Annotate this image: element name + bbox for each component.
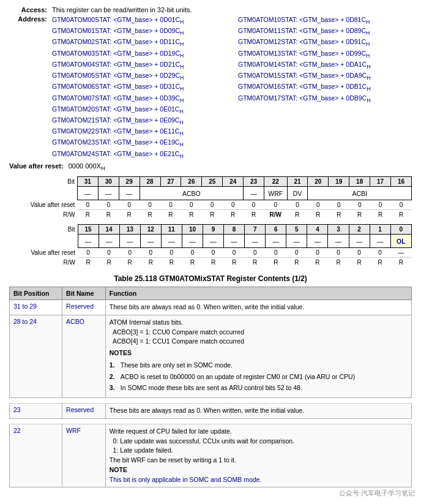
val-17: 0: [370, 200, 391, 210]
rw-26: R: [181, 210, 202, 220]
lower-val-label: Value after reset: [9, 248, 78, 258]
lower-rw-label: R/W: [9, 258, 78, 268]
bit-25: 25: [202, 177, 223, 187]
addr-c1-l5: GTM0ATOM04STAT: <GTM_base> + 0D21CH: [52, 60, 226, 71]
note-text-2: ACBO is reset to 0b00000 on an update of…: [121, 372, 408, 382]
val-24: 0: [223, 200, 244, 210]
lfield-2: —: [349, 235, 370, 248]
note-num-2: 2.: [110, 372, 121, 382]
val-18: 0: [349, 200, 370, 210]
rw-22: R/W: [264, 210, 287, 220]
bit-3: 3: [328, 225, 349, 235]
upper-bit-header-label: Bit: [9, 177, 77, 187]
rw-28: R: [140, 210, 160, 220]
lval-1: 0: [370, 248, 390, 258]
addr-c1-l6: GTM0ATOM05STAT: <GTM_base> + 0D29CH: [52, 71, 226, 82]
upper-field-label: [9, 187, 77, 200]
addr-c1-l12: GTM0ATOM23STAT: <GTM_base> + 0E19CH: [52, 138, 226, 149]
bit-29: 29: [119, 177, 140, 187]
note-wrf-text: This bit is only applicable in SOMC and …: [110, 476, 262, 483]
bit-11: 11: [161, 225, 182, 235]
addr-c2-l5: GTM0ATOM14STAT: <GTM_base> + 0DA1CH: [238, 60, 412, 71]
rw-23: R: [244, 210, 264, 220]
note-text-1: These bits are only set in SOMC mode.: [121, 361, 408, 370]
addr-c2-l4: GTM0ATOM13STAT: <GTM_base> + 0D99CH: [238, 49, 412, 60]
lval-4: 0: [307, 248, 328, 258]
bit-24: 24: [223, 177, 244, 187]
row1-bit-name: Reserved: [62, 300, 106, 315]
note-text-3: In SOMC mode these bits are sent as ARU …: [121, 383, 408, 393]
address-content: GTM0ATOM00STAT: <GTM_base> + 0D01CH GTM0…: [52, 15, 412, 160]
address-col2: GTM0ATOM10STAT: <GTM_base> + 0D81CH GTM0…: [238, 15, 412, 160]
row2-function: ATOM Internal status bits. ACBO[3] = 1: …: [105, 315, 411, 397]
note-3: 3. In SOMC mode these bits are sent as A…: [110, 383, 408, 393]
lval-5: 0: [286, 248, 307, 258]
lrw-2: R: [349, 258, 370, 268]
address-row: Address: GTM0ATOM00STAT: <GTM_base> + 0D…: [9, 15, 412, 160]
bit-10: 10: [182, 225, 203, 235]
bit-6: 6: [266, 225, 286, 235]
val-27: 0: [160, 200, 181, 210]
table-row: 23 Reserved These bits are always read a…: [10, 404, 412, 419]
val-21: 0: [287, 200, 308, 210]
val-22: 0: [264, 200, 287, 210]
lval-6: 0: [266, 248, 286, 258]
access-label: Access:: [9, 6, 52, 13]
lrw-9: R: [203, 258, 223, 268]
lrw-11: R: [161, 258, 182, 268]
value-reset-label: Value after reset:: [9, 162, 69, 171]
addr-c1-l1: GTM0ATOM00STAT: <GTM_base> + 0D01CH: [52, 15, 226, 26]
bit-16: 16: [391, 177, 412, 187]
lfield-10: —: [182, 235, 203, 248]
rw-21: R: [287, 210, 308, 220]
field-acbo: ACBO: [140, 187, 244, 200]
row3-bit-name: Reserved: [62, 404, 106, 419]
bit-1: 1: [370, 225, 390, 235]
bit-30: 30: [98, 177, 119, 187]
bit-8: 8: [224, 225, 245, 235]
row1-bit-pos: 31 to 29: [10, 300, 62, 315]
rw-18: R: [349, 210, 370, 220]
row3-function: These bits are always read as 0. When wr…: [105, 404, 411, 419]
upper-field-row: — — — ACBO — WRF DV ACBI: [9, 187, 412, 200]
lval-11: 0: [161, 248, 182, 258]
table-row: 31 to 29 Reserved These bits are always …: [10, 300, 412, 315]
col-bit-position: Bit Position: [10, 287, 62, 300]
bit-28: 28: [140, 177, 160, 187]
bit-12: 12: [140, 225, 161, 235]
note-label-wrf: NOTE: [110, 466, 127, 473]
watermark: 公众号·汽车电子学习笔记: [339, 489, 415, 494]
lrw-4: R: [307, 258, 328, 268]
val-16: 0: [391, 200, 412, 210]
bit-13: 13: [119, 225, 140, 235]
lval-3: 0: [328, 248, 349, 258]
val-28: 0: [140, 200, 160, 210]
bit-26: 26: [181, 177, 202, 187]
rw-16: R: [391, 210, 412, 220]
addr-c1-l9: GTM0ATOM20STAT: <GTM_base> + 0E01CH: [52, 105, 226, 116]
row1-function: These bits are always read as 0. When wr…: [105, 300, 411, 315]
upper-val-row: Value after reset 0 0 0 0 0 0 0 0 0 0 0 …: [9, 200, 412, 210]
rw-31: R: [77, 210, 98, 220]
addr-c1-l4: GTM0ATOM03STAT: <GTM_base> + 0D19CH: [52, 49, 226, 60]
bit-17: 17: [370, 177, 391, 187]
val-31: 0: [77, 200, 98, 210]
lrw-14: R: [99, 258, 119, 268]
bit-18: 18: [349, 177, 370, 187]
col-bit-name: Bit Name: [62, 287, 106, 300]
bit-14: 14: [99, 225, 119, 235]
row4-bit-name: WRF: [62, 424, 106, 487]
upper-val-label: Value after reset: [9, 200, 77, 210]
val-19: 0: [329, 200, 349, 210]
val-20: 0: [308, 200, 329, 210]
lfield-11: —: [161, 235, 182, 248]
note-2: 2. ACBO is reset to 0b00000 on an update…: [110, 372, 408, 382]
bit-21: 21: [287, 177, 308, 187]
value-reset-value: 0000 000XH: [69, 162, 412, 171]
field-30: —: [98, 187, 119, 200]
upper-rw-row: R/W R R R R R R R R R R/W R R R R R R: [9, 210, 412, 220]
lrw-6: R: [266, 258, 286, 268]
rw-25: R: [202, 210, 223, 220]
lfield-14: —: [99, 235, 119, 248]
address-col1: GTM0ATOM00STAT: <GTM_base> + 0D01CH GTM0…: [52, 15, 226, 160]
